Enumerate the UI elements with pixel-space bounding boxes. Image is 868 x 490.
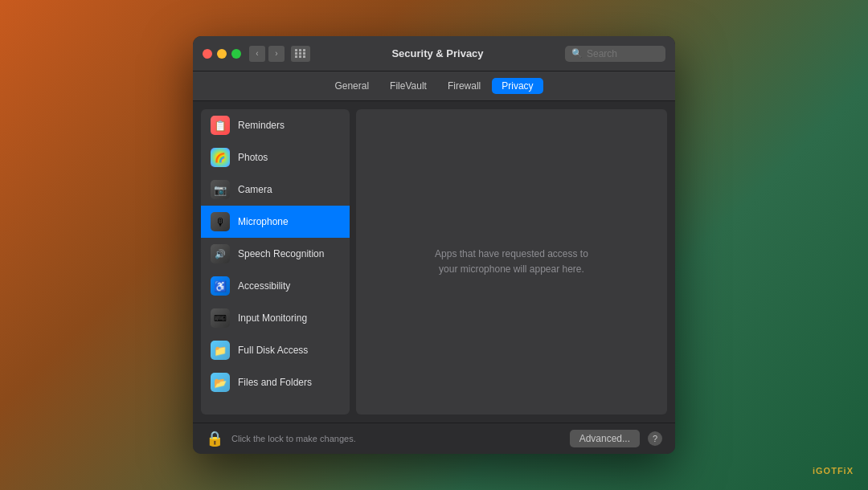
microphone-icon: 🎙 xyxy=(211,212,230,231)
close-button[interactable] xyxy=(203,49,212,59)
speech-label: Speech Recognition xyxy=(238,248,324,259)
photos-icon: 🌈 xyxy=(211,148,230,167)
back-button[interactable]: ‹ xyxy=(249,46,265,62)
empty-message: Apps that have requested access to your … xyxy=(432,247,592,277)
minimize-button[interactable] xyxy=(217,49,227,59)
speech-icon: 🔊 xyxy=(211,244,230,263)
lock-text: Click the lock to make changes. xyxy=(231,434,562,443)
files-icon: 📂 xyxy=(211,373,230,392)
search-input[interactable] xyxy=(587,48,659,59)
photos-label: Photos xyxy=(238,152,268,163)
system-preferences-window: ‹ › Security & Privacy 🔍 General FileVau… xyxy=(193,36,675,454)
tabs-bar: General FileVault Firewall Privacy xyxy=(193,71,675,101)
search-bar[interactable]: 🔍 xyxy=(565,46,665,62)
sidebar-item-reminders[interactable]: 📋 Reminders xyxy=(201,109,350,141)
advanced-button[interactable]: Advanced... xyxy=(570,430,640,447)
fulldisk-label: Full Disk Access xyxy=(238,345,308,356)
sidebar-item-fulldisk[interactable]: 📁 Full Disk Access xyxy=(201,334,350,366)
camera-label: Camera xyxy=(238,184,272,195)
grid-icon xyxy=(295,49,306,58)
sidebar-item-photos[interactable]: 🌈 Photos xyxy=(201,141,350,174)
sidebar-item-microphone[interactable]: 🎙 Microphone xyxy=(201,206,350,238)
tab-firewall[interactable]: Firewall xyxy=(438,78,490,94)
input-label: Input Monitoring xyxy=(238,312,307,324)
reminders-label: Reminders xyxy=(238,120,285,131)
input-icon: ⌨ xyxy=(211,308,230,328)
bottom-bar: 🔒 Click the lock to make changes. Advanc… xyxy=(193,423,675,454)
watermark: iGOTFiX xyxy=(813,466,854,476)
forward-button[interactable]: › xyxy=(268,46,285,62)
fulldisk-icon: 📁 xyxy=(211,341,230,360)
title-bar: ‹ › Security & Privacy 🔍 xyxy=(193,36,675,71)
tab-filevault[interactable]: FileVault xyxy=(380,78,436,94)
window-title: Security & Privacy xyxy=(310,47,565,59)
sidebar-item-camera[interactable]: 📷 Camera xyxy=(201,174,350,206)
accessibility-label: Accessibility xyxy=(238,280,290,292)
help-button[interactable]: ? xyxy=(648,431,662,446)
reminders-icon: 📋 xyxy=(211,116,230,135)
files-label: Files and Folders xyxy=(238,377,312,388)
traffic-lights xyxy=(203,49,241,59)
sidebar-item-input[interactable]: ⌨ Input Monitoring xyxy=(201,302,350,334)
tab-general[interactable]: General xyxy=(325,78,379,94)
content-area: 📋 Reminders 🌈 Photos 📷 Camera 🎙 Micropho… xyxy=(193,101,675,423)
sidebar-item-accessibility[interactable]: ♿ Accessibility xyxy=(201,270,350,302)
lock-icon[interactable]: 🔒 xyxy=(206,430,223,447)
camera-icon: 📷 xyxy=(211,180,230,199)
search-icon: 🔍 xyxy=(571,48,583,59)
sidebar: 📋 Reminders 🌈 Photos 📷 Camera 🎙 Micropho… xyxy=(201,109,350,414)
sidebar-item-speech[interactable]: 🔊 Speech Recognition xyxy=(201,238,350,270)
microphone-label: Microphone xyxy=(238,216,289,227)
grid-button[interactable] xyxy=(291,46,310,62)
main-panel: Apps that have requested access to your … xyxy=(356,109,667,414)
accessibility-icon: ♿ xyxy=(211,276,230,296)
sidebar-item-files[interactable]: 📂 Files and Folders xyxy=(201,366,350,398)
tab-privacy[interactable]: Privacy xyxy=(492,78,542,94)
nav-buttons: ‹ › xyxy=(249,46,310,62)
maximize-button[interactable] xyxy=(231,49,241,59)
